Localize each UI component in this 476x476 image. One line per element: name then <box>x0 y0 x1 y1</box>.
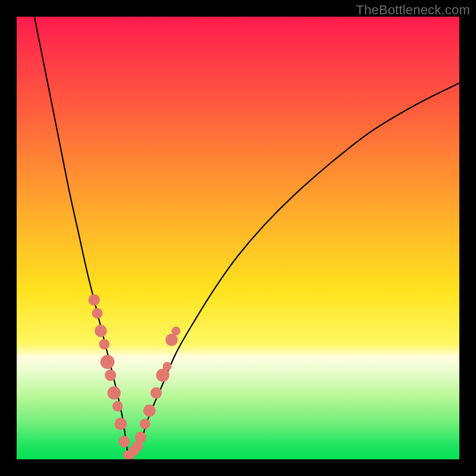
marker-dot <box>135 431 146 443</box>
marker-dot <box>92 308 102 319</box>
bottleneck-curve <box>35 17 459 459</box>
marker-dot <box>143 405 156 417</box>
plot-area <box>17 17 459 459</box>
marker-dot <box>171 327 180 336</box>
marker-dot <box>151 387 162 399</box>
marker-dot <box>101 355 115 369</box>
marker-dot <box>114 418 127 430</box>
marker-dot <box>163 362 172 371</box>
marker-dot <box>112 401 123 412</box>
marker-dot <box>95 325 107 337</box>
marker-dot <box>105 369 116 381</box>
sample-markers <box>89 294 181 459</box>
marker-dot <box>89 294 100 305</box>
curve-layer <box>17 17 459 459</box>
marker-dot <box>118 436 130 447</box>
marker-dot <box>108 386 121 399</box>
marker-dot <box>140 419 151 430</box>
marker-dot <box>165 334 178 346</box>
watermark-text: TheBottleneck.com <box>356 2 470 18</box>
chart-frame: TheBottleneck.com <box>0 0 476 476</box>
marker-dot <box>99 339 109 350</box>
